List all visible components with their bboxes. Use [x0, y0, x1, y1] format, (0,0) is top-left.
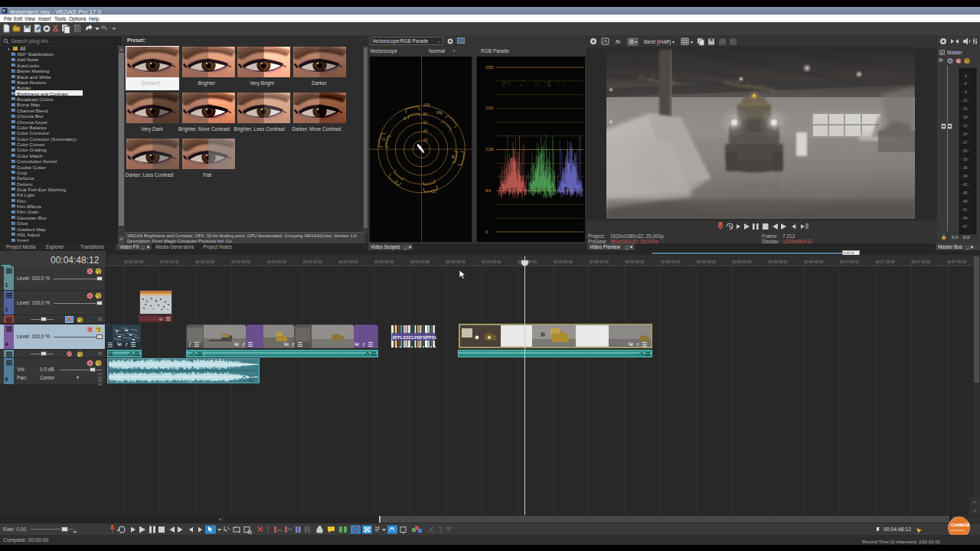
svg-text:f: f	[292, 342, 295, 347]
svg-text:64: 64	[485, 187, 491, 193]
svg-text:fx: fx	[616, 38, 621, 45]
svg-text:Best (Half): Best (Half)	[644, 38, 671, 45]
svg-text:желтаечу: желтаечу	[951, 528, 965, 532]
svg-text:R: R	[403, 116, 407, 121]
svg-text:80: 80	[423, 112, 428, 116]
svg-text:B: B	[452, 155, 455, 159]
svg-text:G: G	[395, 179, 398, 184]
svg-text:f: f	[243, 342, 245, 347]
svg-text:fx: fx	[159, 317, 163, 321]
svg-text:Mg: Mg	[436, 110, 443, 115]
svg-text:▾: ▾	[691, 40, 693, 44]
svg-text:Cy: Cy	[431, 189, 436, 194]
svg-text:▾: ▾	[635, 40, 637, 44]
svg-text:100: 100	[423, 103, 430, 107]
svg-text:192: 192	[485, 105, 494, 110]
svg-text:▾: ▾	[672, 40, 675, 44]
svg-text:20: 20	[423, 138, 428, 142]
svg-text:f: f	[126, 342, 128, 347]
svg-text:0: 0	[485, 229, 488, 234]
svg-text:Yl: Yl	[381, 137, 385, 142]
svg-text:СНИМАЙ: СНИМАЙ	[951, 522, 969, 527]
svg-text:f: f	[363, 342, 365, 347]
svg-text:N: N	[957, 59, 960, 64]
svg-text:40: 40	[423, 129, 428, 133]
svg-text:2FPLSSCLPBFSPPSV: 2FPLSSCLPBFSPPSV	[393, 335, 437, 340]
svg-text:f: f	[637, 342, 639, 347]
svg-text:60: 60	[423, 120, 428, 125]
svg-text:128: 128	[485, 146, 494, 152]
svg-text:255: 255	[485, 64, 494, 70]
svg-text:f: f	[189, 342, 191, 347]
